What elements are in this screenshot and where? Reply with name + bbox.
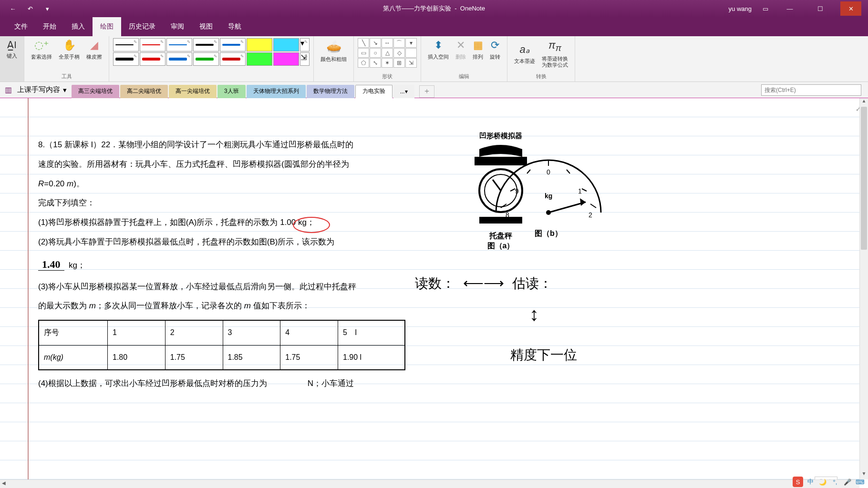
pen-red2-thick[interactable]	[220, 52, 246, 66]
figure-b-svg: 8 9 0 1 2 kg	[486, 146, 610, 227]
shape-tri[interactable]: △	[382, 48, 393, 58]
ink-circle	[293, 217, 330, 233]
back-icon[interactable]: ←	[9, 4, 17, 13]
delete-button[interactable]: ✕删除	[453, 38, 469, 61]
hand-icon: ✋	[63, 39, 76, 51]
close-button[interactable]: ✕	[840, 1, 861, 16]
arrange-icon: ▦	[473, 39, 483, 51]
tray-icon-mic[interactable]: 🎤	[842, 477, 853, 487]
ribbon-options-icon[interactable]: ▭	[761, 4, 770, 13]
pen-red-thick[interactable]	[140, 52, 165, 66]
menu-review[interactable]: 审阅	[163, 17, 192, 36]
section-tab-6[interactable]: 力电实验	[355, 85, 393, 98]
color-thickness-button[interactable]: 🥧颜色和粗细	[318, 38, 350, 64]
page-canvas[interactable]: ⤢ 8.（15 新课标 I）22．某物理小组的同学设计了一个粗测玩具小车通过凹形…	[0, 98, 868, 488]
shapes-gallery[interactable]: ╲↘↔⌒▾ ▭○△◇ ⬠⤡✶⊞⇲	[358, 38, 417, 68]
svg-line-11	[590, 204, 596, 208]
section-tab-0[interactable]: 高三尖端培优	[72, 85, 119, 98]
pen-black-thick[interactable]	[113, 52, 139, 66]
scroll-thumb[interactable]	[861, 107, 867, 250]
menu-history[interactable]: 历史记录	[121, 17, 163, 36]
ink-note-read: 读数： ⟵⟶ 估读：	[415, 274, 552, 293]
shape-diamond[interactable]: ◇	[393, 48, 405, 58]
shape-line[interactable]: ╲	[358, 38, 369, 48]
highlighter-cyan[interactable]	[273, 38, 299, 51]
menu-insert[interactable]: 插入	[64, 17, 93, 36]
ink-to-text-button[interactable]: aₐ文本墨迹	[511, 38, 538, 70]
menu-view[interactable]: 视图	[192, 17, 220, 36]
sections-more[interactable]: ... ▾	[393, 85, 414, 98]
highlighter-magenta[interactable]	[273, 52, 299, 66]
shape-penta[interactable]: ⬠	[358, 58, 369, 68]
tray-icon-comma[interactable]: °,	[830, 477, 840, 487]
shape-arrow[interactable]: ↘	[370, 38, 381, 48]
lasso-button[interactable]: ◌⁺套索选择	[28, 38, 55, 61]
shape-more2[interactable]	[405, 48, 417, 58]
shape-oval[interactable]: ○	[370, 48, 381, 58]
maximize-button[interactable]: ☐	[810, 1, 831, 16]
insert-space-button[interactable]: ⬍插入空间	[425, 38, 452, 61]
notebook-dropdown[interactable]: 上课手写内容▾	[12, 83, 72, 96]
menu-file[interactable]: 文件	[7, 17, 35, 36]
undo-icon[interactable]: ↶	[26, 4, 34, 13]
section-tab-4[interactable]: 天体物理大招系列	[247, 85, 306, 98]
qat-dropdown-icon[interactable]: ▾	[43, 4, 52, 13]
pen-black-med[interactable]	[193, 38, 219, 51]
shape-expand[interactable]: ⇲	[405, 58, 417, 68]
titlebar: ← ↶ ▾ 第八节——力学创新实验 - OneNote yu wang ▭ — …	[0, 0, 868, 17]
type-button[interactable]: A̲I键入	[4, 38, 20, 61]
rotate-icon: ⟳	[491, 39, 499, 51]
shape-curve[interactable]: ⌒	[393, 38, 405, 48]
shape-grid3d[interactable]: ⊞	[393, 58, 405, 68]
shape-axis3[interactable]: ✶	[382, 58, 393, 68]
data-table: 序号12345 I m(kg)1.801.751.851.751.90 l	[38, 320, 405, 370]
shape-more1[interactable]: ▾	[405, 38, 417, 48]
pan-button[interactable]: ✋全景手柄	[56, 38, 83, 61]
section-tab-3[interactable]: 3人班	[217, 85, 246, 98]
scroll-left-icon[interactable]: ◀	[2, 480, 6, 486]
arrange-button[interactable]: ▦排列	[470, 38, 486, 61]
ribbon: A̲I键入 ◌⁺套索选择 ✋全景手柄 ◢橡皮擦 工具 ▾	[0, 36, 868, 82]
highlighter-yellow[interactable]	[247, 38, 272, 51]
pen-blue-med[interactable]	[220, 38, 246, 51]
svg-point-20	[546, 210, 551, 215]
margin-line	[28, 98, 29, 488]
rotate-button[interactable]: ⟳旋转	[487, 38, 503, 61]
search-input[interactable]	[761, 84, 861, 96]
pen-green-thick[interactable]	[193, 52, 219, 66]
notebook-icon[interactable]: ▥	[4, 86, 12, 94]
section-tab-1[interactable]: 高二尖端培优	[120, 85, 168, 98]
convert-group-label: 转换	[511, 73, 571, 81]
section-tab-5[interactable]: 数学物理方法	[307, 85, 354, 98]
menu-nav[interactable]: 导航	[220, 17, 249, 36]
pen-blue-thick[interactable]	[166, 52, 192, 66]
svg-text:0: 0	[547, 168, 550, 176]
shape-axis2[interactable]: ⤡	[370, 58, 381, 68]
minimize-button[interactable]: —	[779, 1, 800, 16]
ink-to-math-button[interactable]: ππ将墨迹转换为数学公式	[539, 38, 571, 70]
tray-icon-moon[interactable]: 🌙	[817, 477, 828, 487]
pen-blue-thin[interactable]	[166, 38, 192, 51]
vertical-scrollbar[interactable]: ▲ ▼	[859, 98, 868, 479]
horizontal-scrollbar[interactable]: ◀	[0, 479, 859, 488]
pen-gallery-expand[interactable]: ⇲	[300, 52, 310, 66]
pen-black-thin[interactable]	[113, 38, 139, 51]
user-name[interactable]: yu wang	[729, 5, 752, 12]
shape-rect[interactable]: ▭	[358, 48, 369, 58]
pen-red-thin[interactable]	[140, 38, 165, 51]
tray-icon-keyboard[interactable]: ⌨	[855, 477, 865, 487]
tray-icon-cn[interactable]: 中	[805, 477, 816, 487]
scroll-up-icon[interactable]: ▲	[860, 98, 868, 107]
highlighter-green[interactable]	[247, 52, 272, 66]
ink-text-icon: aₐ	[519, 43, 529, 56]
menu-home[interactable]: 开始	[35, 17, 64, 36]
pen-gallery-more[interactable]: ▾	[300, 38, 310, 51]
add-section-button[interactable]: ＋	[419, 85, 434, 98]
svg-text:8: 8	[506, 211, 509, 219]
menu-draw[interactable]: 绘图	[93, 17, 121, 36]
eraser-icon: ◢	[90, 39, 98, 51]
shape-darrow[interactable]: ↔	[382, 38, 393, 48]
eraser-button[interactable]: ◢橡皮擦	[83, 38, 105, 61]
tray-icon-sogou[interactable]: S	[793, 477, 803, 487]
section-tab-2[interactable]: 高一尖端培优	[169, 85, 217, 98]
